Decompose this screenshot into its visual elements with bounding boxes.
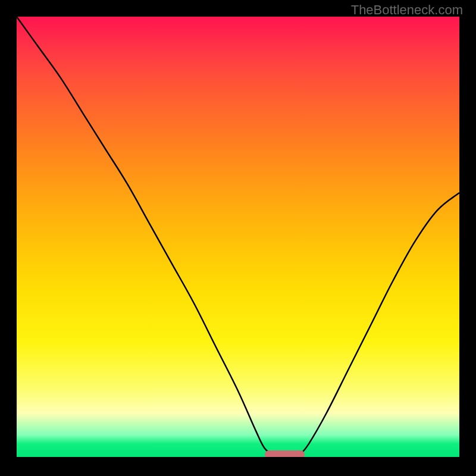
plot-gradient-background xyxy=(17,17,459,457)
left-curve-path xyxy=(17,17,274,455)
watermark-text: TheBottleneck.com xyxy=(351,2,463,18)
bottleneck-marker xyxy=(265,450,305,457)
right-curve-path xyxy=(300,193,459,455)
bottleneck-curve xyxy=(17,17,459,457)
